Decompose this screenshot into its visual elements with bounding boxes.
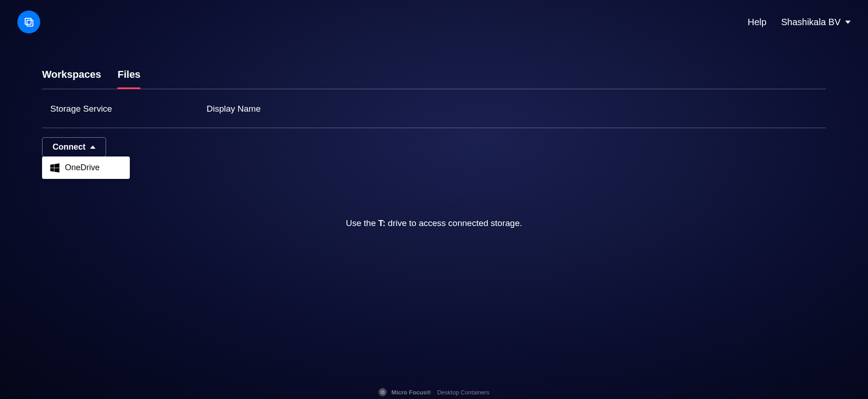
footer: Micro Focus® Desktop Containers bbox=[0, 388, 868, 396]
user-name-label: Shashikala BV bbox=[781, 17, 841, 27]
chevron-down-icon bbox=[845, 21, 851, 24]
connect-button-label: Connect bbox=[53, 142, 85, 152]
header-right: Help Shashikala BV bbox=[748, 17, 851, 27]
svg-rect-3 bbox=[382, 391, 384, 394]
column-header-display-name: Display Name bbox=[207, 104, 261, 114]
user-menu[interactable]: Shashikala BV bbox=[781, 17, 851, 27]
footer-logo-icon bbox=[378, 388, 387, 396]
layers-icon bbox=[23, 16, 34, 27]
svg-rect-0 bbox=[25, 18, 31, 24]
hint-text: Use the T: drive to access connected sto… bbox=[42, 218, 826, 228]
app-header: Help Shashikala BV bbox=[0, 0, 868, 44]
table-header-row: Storage Service Display Name bbox=[42, 89, 826, 128]
hint-prefix: Use the bbox=[346, 218, 378, 228]
actions-row: Connect OneDrive bbox=[42, 128, 826, 157]
main-content: Workspaces Files Storage Service Display… bbox=[0, 44, 868, 228]
column-header-storage-service: Storage Service bbox=[50, 104, 207, 114]
chevron-up-icon bbox=[90, 146, 96, 149]
tabs: Workspaces Files bbox=[42, 44, 826, 89]
svg-rect-1 bbox=[27, 20, 33, 26]
hint-drive-letter: T: bbox=[378, 218, 386, 228]
footer-product: Desktop Containers bbox=[437, 389, 489, 396]
dropdown-item-label: OneDrive bbox=[65, 163, 100, 173]
connect-dropdown-menu: OneDrive bbox=[42, 156, 130, 179]
connect-button[interactable]: Connect bbox=[42, 137, 106, 157]
windows-icon bbox=[50, 163, 59, 173]
app-logo[interactable] bbox=[17, 11, 40, 33]
tab-workspaces[interactable]: Workspaces bbox=[42, 69, 101, 89]
help-link[interactable]: Help bbox=[748, 17, 767, 27]
hint-suffix: drive to access connected storage. bbox=[385, 218, 522, 228]
svg-rect-2 bbox=[381, 391, 383, 393]
dropdown-item-onedrive[interactable]: OneDrive bbox=[43, 157, 129, 178]
tab-files[interactable]: Files bbox=[117, 69, 140, 89]
footer-company: Micro Focus® bbox=[391, 389, 431, 396]
